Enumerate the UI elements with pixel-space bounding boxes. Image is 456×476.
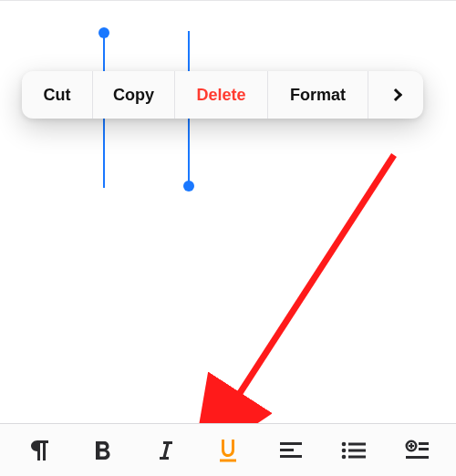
underline-button[interactable] bbox=[202, 429, 254, 471]
cut-label: Cut bbox=[44, 86, 71, 105]
cut-button[interactable]: Cut bbox=[22, 71, 93, 119]
paragraph-button[interactable] bbox=[14, 429, 65, 471]
more-button[interactable] bbox=[368, 71, 423, 119]
pilcrow-icon bbox=[28, 439, 50, 462]
copy-button[interactable]: Copy bbox=[93, 71, 175, 119]
svg-line-0 bbox=[230, 155, 394, 409]
list-button[interactable] bbox=[328, 429, 379, 471]
svg-point-6 bbox=[342, 448, 347, 452]
svg-rect-16 bbox=[406, 456, 429, 459]
italic-button[interactable] bbox=[140, 429, 191, 471]
align-button[interactable] bbox=[265, 429, 316, 471]
svg-rect-15 bbox=[419, 448, 429, 450]
svg-rect-9 bbox=[348, 449, 366, 451]
delete-button[interactable]: Delete bbox=[175, 71, 268, 119]
svg-point-5 bbox=[342, 441, 347, 446]
svg-rect-1 bbox=[220, 459, 236, 461]
svg-rect-10 bbox=[348, 455, 366, 458]
svg-rect-8 bbox=[348, 442, 366, 445]
align-left-icon bbox=[278, 440, 304, 460]
bold-icon bbox=[91, 439, 113, 462]
insert-block-icon bbox=[404, 440, 430, 461]
format-toolbar bbox=[0, 423, 456, 476]
italic-icon bbox=[155, 439, 175, 462]
bullet-list-icon bbox=[340, 440, 368, 460]
insert-button[interactable] bbox=[391, 429, 442, 471]
svg-point-7 bbox=[342, 454, 347, 459]
svg-rect-2 bbox=[280, 442, 302, 445]
delete-label: Delete bbox=[196, 86, 245, 105]
svg-rect-3 bbox=[280, 449, 294, 451]
chevron-right-icon bbox=[389, 88, 402, 101]
format-button[interactable]: Format bbox=[268, 71, 368, 119]
underline-icon bbox=[216, 438, 240, 463]
svg-rect-14 bbox=[419, 442, 429, 445]
svg-rect-4 bbox=[280, 455, 302, 458]
copy-label: Copy bbox=[113, 86, 154, 105]
format-label: Format bbox=[290, 86, 346, 105]
selection-handle-start[interactable] bbox=[98, 27, 109, 38]
context-menu: Cut Copy Delete Format bbox=[22, 71, 423, 119]
selection-handle-end[interactable] bbox=[183, 181, 194, 191]
bold-button[interactable] bbox=[77, 429, 128, 471]
top-divider bbox=[0, 0, 456, 1]
